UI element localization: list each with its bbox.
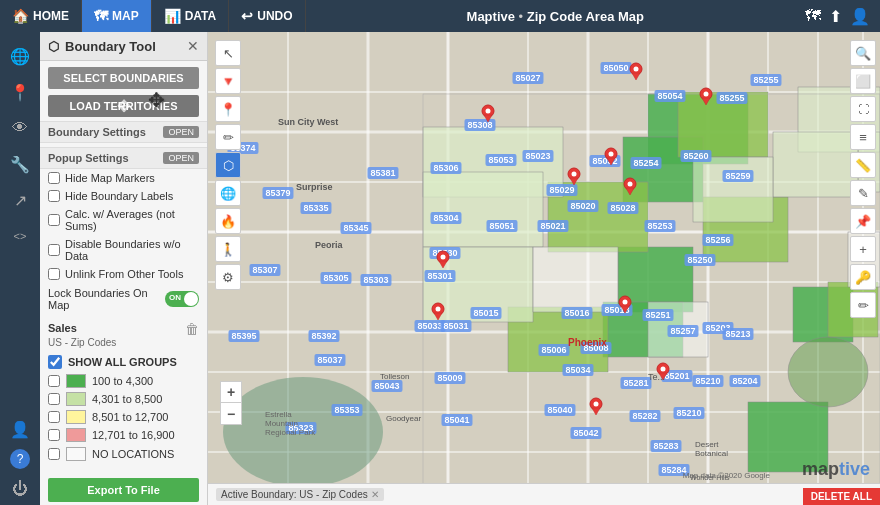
color-swatch-0 (66, 374, 86, 388)
filter-icon-btn[interactable]: 🔧 (4, 148, 36, 180)
rt-zoom-btn[interactable]: 🔍 (850, 40, 876, 66)
lock-toggle[interactable] (165, 291, 199, 307)
svg-rect-28 (678, 92, 768, 157)
map-svg (208, 32, 880, 505)
svg-rect-40 (533, 247, 618, 312)
remove-boundary-btn[interactable]: ✕ (371, 489, 379, 500)
legend-range-0: 100 to 4,300 (48, 372, 199, 390)
select-boundaries-button[interactable]: SELECT BOUNDARIES (48, 67, 199, 89)
panel-title: ⬡ Boundary Tool (48, 39, 156, 54)
globe-tool-btn[interactable]: 🌐 (215, 180, 241, 206)
person-tool-btn[interactable]: 🚶 (215, 236, 241, 262)
select-tool-btn[interactable]: ↖ (215, 40, 241, 66)
color-swatch-2 (66, 410, 86, 424)
data-button[interactable]: 📊 DATA (152, 0, 230, 32)
rt-edit-btn[interactable]: ✎ (850, 180, 876, 206)
map-button[interactable]: 🗺 MAP (82, 0, 152, 32)
filter-map-btn[interactable]: 🔻 (215, 68, 241, 94)
legend-range-2: 8,501 to 12,700 (48, 408, 199, 426)
shape-tool-btn[interactable]: ⬡ (215, 152, 241, 178)
panel-header: ⬡ Boundary Tool ✕ (40, 32, 207, 61)
eye-icon-btn[interactable]: 👁 (4, 112, 36, 144)
rt-pin-btn[interactable]: 📌 (850, 208, 876, 234)
share-icon-btn[interactable]: ↗ (4, 184, 36, 216)
svg-point-44 (788, 337, 868, 407)
maptive-logo: maptive (802, 459, 870, 480)
boundary-settings-header: Boundary Settings OPEN (40, 121, 207, 143)
active-boundary-bar: Active Boundary: US - Zip Codes ✕ (208, 483, 880, 505)
svg-point-45 (223, 377, 383, 487)
active-boundary-tag: Active Boundary: US - Zip Codes ✕ (216, 488, 384, 501)
fire-tool-btn[interactable]: 🔥 (215, 208, 241, 234)
zoom-out-btn[interactable]: − (220, 403, 242, 425)
add-marker-btn[interactable]: 📍 (215, 96, 241, 122)
right-toolbar: 🔍 ⬜ ⛶ ≡ 📏 ✎ 📌 + 🔑 ✏ (850, 40, 878, 318)
calc-averages-check[interactable]: Calc. w/ Averages (not Sums) (40, 205, 207, 235)
zoom-in-btn[interactable]: + (220, 381, 242, 403)
svg-rect-38 (773, 132, 858, 197)
globe-icon-btn[interactable]: 🌐 (4, 40, 36, 72)
popup-settings-header: Popup Settings OPEN (40, 147, 207, 169)
legend-section: Sales 🗑 US - Zip Codes SHOW ALL GROUPS 1… (40, 315, 207, 470)
legend-range-3: 12,701 to 16,900 (48, 426, 199, 444)
user-icon-btn[interactable]: 👤 (4, 413, 36, 445)
draw-tool-btn[interactable]: ✏ (215, 124, 241, 150)
map-area[interactable]: 85027 85050 85054 85255 85255 85308 8537… (208, 32, 880, 505)
svg-rect-34 (423, 172, 543, 247)
data-icon: 📊 (164, 8, 181, 24)
hide-markers-check[interactable]: Hide Map Markers (40, 169, 207, 187)
map-view-icon[interactable]: 🗺 (805, 7, 821, 26)
app-title: Maptive • Zip Code Area Map (306, 9, 805, 24)
rt-layers-btn[interactable]: ≡ (850, 124, 876, 150)
undo-icon: ↩ (241, 8, 253, 24)
rt-key-btn[interactable]: 🔑 (850, 264, 876, 290)
home-icon: 🏠 (12, 8, 29, 24)
delete-all-button[interactable]: DELETE ALL (803, 488, 880, 505)
panel-close-button[interactable]: ✕ (187, 38, 199, 54)
legend-range-1: 4,301 to 8,500 (48, 390, 199, 408)
boundary-panel: ⬡ Boundary Tool ✕ SELECT BOUNDARIES LOAD… (40, 32, 208, 505)
boundary-settings-open-btn[interactable]: OPEN (163, 126, 199, 138)
rt-draw-btn[interactable]: ✏ (850, 292, 876, 318)
disable-boundaries-check[interactable]: Disable Boundaries w/o Data (40, 235, 207, 265)
export-button[interactable]: Export To File (48, 478, 199, 502)
rt-add-btn[interactable]: + (850, 236, 876, 262)
show-all-groups-row[interactable]: SHOW ALL GROUPS (48, 352, 199, 372)
topbar: 🏠 HOME 🗺 MAP 📊 DATA ↩ UNDO Maptive • Zip… (0, 0, 880, 32)
lock-boundaries-row: Lock Boundaries On Map (40, 283, 207, 315)
account-icon[interactable]: 👤 (850, 7, 870, 26)
legend-title-row: Sales 🗑 (48, 321, 199, 337)
rt-map-type-btn[interactable]: ⬜ (850, 68, 876, 94)
left-sidebar: 🌐 📍 👁 🔧 ↗ <> 👤 ? ⏻ (0, 32, 40, 505)
code-icon-btn[interactable]: <> (4, 220, 36, 252)
home-button[interactable]: 🏠 HOME (0, 0, 82, 32)
settings-tool-btn[interactable]: ⚙ (215, 264, 241, 290)
svg-rect-41 (648, 302, 708, 357)
undo-button[interactable]: ↩ UNDO (229, 0, 305, 32)
no-location-swatch (66, 447, 86, 461)
boundary-icon: ⬡ (48, 39, 59, 54)
color-swatch-3 (66, 428, 86, 442)
svg-rect-39 (693, 157, 773, 222)
unlink-tools-check[interactable]: Unlink From Other Tools (40, 265, 207, 283)
color-swatch-1 (66, 392, 86, 406)
power-icon-btn[interactable]: ⏻ (4, 473, 36, 505)
rt-measure-btn[interactable]: 📏 (850, 152, 876, 178)
popup-settings-open-btn[interactable]: OPEN (163, 152, 199, 164)
map-icon: 🗺 (94, 8, 108, 24)
hide-labels-check[interactable]: Hide Boundary Labels (40, 187, 207, 205)
move-cursor-icon: ✥ (117, 97, 130, 116)
help-icon-btn[interactable]: ? (10, 449, 30, 469)
map-tools-panel: ↖ 🔻 📍 ✏ ⬡ 🌐 🔥 🚶 ⚙ (215, 40, 241, 290)
no-locations-row: NO LOCATIONS (48, 444, 199, 464)
top-right-icons: 🗺 ⬆ 👤 (805, 7, 880, 26)
zoom-controls: + − (220, 381, 242, 425)
rt-fullscreen-btn[interactable]: ⛶ (850, 96, 876, 122)
pin-icon-btn[interactable]: 📍 (4, 76, 36, 108)
load-territories-button[interactable]: LOAD TERRITORIES ✥ (48, 95, 199, 117)
layers-icon[interactable]: ⬆ (829, 7, 842, 26)
svg-rect-35 (423, 247, 533, 322)
legend-trash-icon[interactable]: 🗑 (185, 321, 199, 337)
map-attribution: Map data ©2020 Google (683, 471, 770, 480)
